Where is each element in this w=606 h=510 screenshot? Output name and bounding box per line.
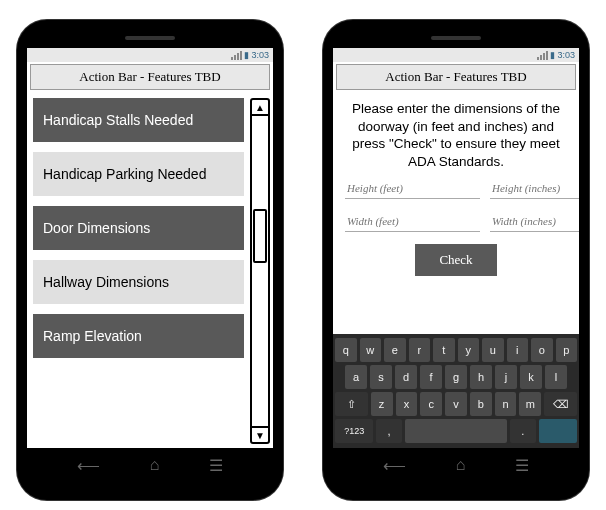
key-b[interactable]: b [470, 392, 492, 416]
key-q[interactable]: q [335, 338, 357, 362]
feature-list: Handicap Stalls Needed Handicap Parking … [27, 94, 250, 448]
key-e[interactable]: e [384, 338, 406, 362]
key-u[interactable]: u [482, 338, 504, 362]
key-y[interactable]: y [458, 338, 480, 362]
back-icon[interactable]: ⟵ [383, 456, 406, 475]
key-enter[interactable] [539, 419, 577, 443]
key-c[interactable]: c [420, 392, 442, 416]
feature-item-ramp-elevation[interactable]: Ramp Elevation [33, 314, 244, 358]
keyboard-row-2: a s d f g h j k l [335, 365, 577, 389]
nav-bar: ⟵ ⌂ ☰ [333, 452, 579, 478]
status-time: 3:03 [557, 50, 575, 60]
key-symbols[interactable]: ?123 [335, 419, 373, 443]
earpiece [431, 36, 481, 40]
keyboard-row-4: ?123 , . [335, 419, 577, 443]
action-bar: Action Bar - Features TBD [336, 64, 576, 90]
feature-item-door-dimensions[interactable]: Door Dimensions [33, 206, 244, 250]
key-x[interactable]: x [396, 392, 418, 416]
battery-icon: ▮ [550, 50, 555, 60]
height-inches-input[interactable] [490, 178, 579, 199]
status-bar: ▮ 3:03 [333, 48, 579, 62]
width-inches-input[interactable] [490, 211, 579, 232]
home-icon[interactable]: ⌂ [456, 456, 466, 474]
scroll-thumb[interactable] [253, 209, 267, 263]
keyboard-row-1: q w e r t y u i o p [335, 338, 577, 362]
instruction-text: Please enter the dimensions of the doorw… [333, 94, 579, 176]
key-o[interactable]: o [531, 338, 553, 362]
width-feet-input[interactable] [345, 211, 480, 232]
check-button[interactable]: Check [415, 244, 496, 276]
key-a[interactable]: a [345, 365, 367, 389]
keyboard: q w e r t y u i o p a s d f g h j k l [333, 334, 579, 448]
keyboard-row-3: ⇧ z x c v b n m ⌫ [335, 392, 577, 416]
height-feet-input[interactable] [345, 178, 480, 199]
nav-bar: ⟵ ⌂ ☰ [27, 452, 273, 478]
key-period[interactable]: . [510, 419, 536, 443]
key-p[interactable]: p [556, 338, 578, 362]
key-backspace[interactable]: ⌫ [544, 392, 577, 416]
battery-icon: ▮ [244, 50, 249, 60]
earpiece [125, 36, 175, 40]
key-t[interactable]: t [433, 338, 455, 362]
form-row-height [333, 176, 579, 201]
content-area: Handicap Stalls Needed Handicap Parking … [27, 94, 273, 448]
signal-icon [231, 51, 242, 60]
key-m[interactable]: m [519, 392, 541, 416]
home-icon[interactable]: ⌂ [150, 456, 160, 474]
scroll-track[interactable] [252, 116, 268, 426]
key-k[interactable]: k [520, 365, 542, 389]
form-row-width [333, 209, 579, 234]
back-icon[interactable]: ⟵ [77, 456, 100, 475]
recent-icon[interactable]: ☰ [209, 456, 223, 475]
action-bar: Action Bar - Features TBD [30, 64, 270, 90]
key-f[interactable]: f [420, 365, 442, 389]
key-w[interactable]: w [360, 338, 382, 362]
key-d[interactable]: d [395, 365, 417, 389]
key-i[interactable]: i [507, 338, 529, 362]
key-z[interactable]: z [371, 392, 393, 416]
key-n[interactable]: n [495, 392, 517, 416]
scroll-up-button[interactable]: ▲ [252, 100, 268, 116]
status-bar: ▮ 3:03 [27, 48, 273, 62]
key-v[interactable]: v [445, 392, 467, 416]
key-comma[interactable]: , [376, 419, 402, 443]
key-shift[interactable]: ⇧ [335, 392, 368, 416]
key-j[interactable]: j [495, 365, 517, 389]
recent-icon[interactable]: ☰ [515, 456, 529, 475]
key-r[interactable]: r [409, 338, 431, 362]
status-time: 3:03 [251, 50, 269, 60]
feature-item-handicap-stalls[interactable]: Handicap Stalls Needed [33, 98, 244, 142]
scrollbar[interactable]: ▲ ▼ [250, 98, 270, 444]
signal-icon [537, 51, 548, 60]
feature-item-handicap-parking[interactable]: Handicap Parking Needed [33, 152, 244, 196]
screen: ▮ 3:03 Action Bar - Features TBD Handica… [27, 48, 273, 448]
phone-mockup-left: ▮ 3:03 Action Bar - Features TBD Handica… [17, 20, 283, 500]
key-g[interactable]: g [445, 365, 467, 389]
key-l[interactable]: l [545, 365, 567, 389]
phone-mockup-right: ▮ 3:03 Action Bar - Features TBD Please … [323, 20, 589, 500]
screen: ▮ 3:03 Action Bar - Features TBD Please … [333, 48, 579, 448]
feature-item-hallway-dimensions[interactable]: Hallway Dimensions [33, 260, 244, 304]
scroll-down-button[interactable]: ▼ [252, 426, 268, 442]
key-h[interactable]: h [470, 365, 492, 389]
key-s[interactable]: s [370, 365, 392, 389]
key-space[interactable] [405, 419, 507, 443]
